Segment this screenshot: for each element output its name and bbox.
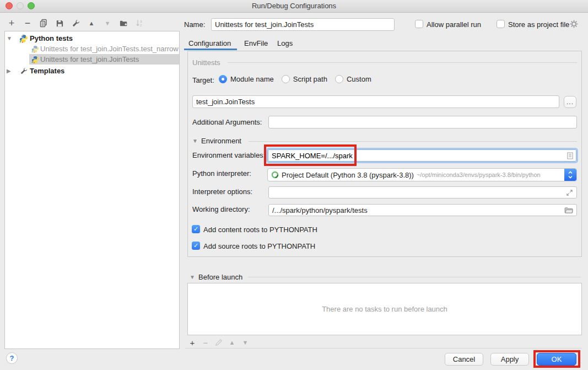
env-vars-browse-button[interactable] <box>567 151 574 160</box>
move-task-up-button[interactable]: ▲ <box>227 337 237 347</box>
up-down-chevrons-icon <box>568 170 573 180</box>
expand-icon <box>566 189 573 196</box>
new-folder-icon <box>119 19 128 28</box>
interpreter-path: ~/opt/miniconda3/envs/pyspark-3.8/bin/py… <box>417 171 541 178</box>
working-directory-label: Working directory: <box>192 205 250 213</box>
check-icon: ✓ <box>193 242 198 249</box>
store-as-project-file-checkbox[interactable] <box>497 20 505 28</box>
save-icon <box>56 19 64 28</box>
tree-item-python-tests[interactable]: ▼ Python tests <box>5 33 179 44</box>
tree-item-label: Unittests for test_join.JoinTests.test_n… <box>40 44 179 54</box>
before-launch-task-list: There are no tasks to run before launch <box>187 283 582 335</box>
radio-custom-label: Custom <box>347 75 371 83</box>
window-title: Run/Debug Configurations <box>0 2 588 10</box>
title-bar: Run/Debug Configurations <box>0 0 588 13</box>
remove-task-button[interactable]: − <box>201 337 211 347</box>
move-down-icon: ▼ <box>105 20 111 26</box>
remove-icon: − <box>203 338 208 347</box>
add-content-roots-label: Add content roots to PYTHONPATH <box>203 226 317 234</box>
tab-envfile[interactable]: EnvFile <box>244 37 268 49</box>
allow-parallel-run-checkbox[interactable] <box>415 20 423 28</box>
add-source-roots-checkbox[interactable]: ✓ <box>192 242 200 250</box>
apply-button[interactable]: Apply <box>490 353 529 366</box>
unittests-section-title: Unittests <box>192 58 220 67</box>
allow-parallel-run-label: Allow parallel run <box>427 20 481 29</box>
configurations-tree: ▼ Python tests Unittests for test_join.J… <box>4 31 180 349</box>
dropdown-stepper[interactable] <box>564 169 576 181</box>
footer-divider <box>185 348 582 348</box>
add-configuration-button[interactable]: + <box>6 18 18 29</box>
conda-env-icon <box>271 171 279 179</box>
add-source-roots-label: Add source roots to PYTHONPATH <box>203 242 315 250</box>
tree-item-unittests-test-narrow[interactable]: Unittests for test_join.JoinTests.test_n… <box>5 44 179 54</box>
help-button[interactable]: ? <box>6 352 18 364</box>
before-launch-title: Before launch <box>198 273 242 281</box>
tab-logs[interactable]: Logs <box>277 37 293 49</box>
copy-configuration-button[interactable] <box>37 18 50 29</box>
configurations-toolbar: + − ▲ ▼ az <box>6 17 145 29</box>
working-directory-input[interactable] <box>268 204 577 216</box>
edit-task-button[interactable] <box>214 337 224 347</box>
name-input[interactable] <box>211 18 395 31</box>
active-tab-underline <box>184 49 237 50</box>
before-launch-collapse-toggle[interactable]: ▼ <box>190 274 195 280</box>
radio-module-name[interactable] <box>219 75 227 83</box>
remove-configuration-button[interactable]: − <box>21 18 34 29</box>
add-content-roots-checkbox[interactable]: ✓ <box>192 225 200 233</box>
gear-icon <box>569 19 579 29</box>
interpreter-options-label: Interpreter options: <box>192 187 252 196</box>
python-interpreter-select[interactable]: Project Default (Python 3.8 (pyspark-3.8… <box>267 168 577 181</box>
interpreter-value: Project Default (Python 3.8 (pyspark-3.8… <box>282 171 414 179</box>
list-icon <box>567 152 574 160</box>
environment-variables-label: Environment variables: <box>192 151 265 159</box>
additional-arguments-label: Additional Arguments: <box>192 118 262 126</box>
pencil-icon <box>215 339 223 346</box>
save-configuration-button[interactable] <box>53 18 66 29</box>
add-task-button[interactable]: + <box>187 337 197 347</box>
chevron-down-icon[interactable]: ▼ <box>7 33 12 44</box>
environment-variables-input[interactable] <box>268 149 576 162</box>
additional-arguments-input[interactable] <box>268 116 577 128</box>
copy-icon <box>39 19 48 28</box>
folder-icon <box>564 207 574 214</box>
project-file-settings-button[interactable] <box>569 19 579 29</box>
add-icon: + <box>190 338 195 347</box>
expand-field-button[interactable] <box>565 188 574 197</box>
target-radio-group: Module name Script path Custom <box>219 75 371 83</box>
add-icon: + <box>9 18 15 29</box>
check-icon: ✓ <box>193 226 198 233</box>
chevron-right-icon[interactable]: ▶ <box>7 66 11 76</box>
radio-module-name-label: Module name <box>230 75 274 83</box>
interpreter-options-input[interactable] <box>268 186 577 199</box>
svg-text:a: a <box>140 19 142 23</box>
radio-script-path-label: Script path <box>293 75 327 83</box>
ok-button[interactable]: OK <box>537 353 576 366</box>
environment-collapse-toggle[interactable]: ▼ <box>192 138 198 144</box>
radio-custom[interactable] <box>335 75 343 83</box>
target-input[interactable] <box>192 95 559 108</box>
wrench-icon <box>20 66 28 76</box>
move-down-button[interactable]: ▼ <box>101 18 114 29</box>
browse-directory-button[interactable] <box>564 206 574 214</box>
tree-item-unittests-jointests-selected[interactable]: Unittests for test_join.JoinTests <box>5 54 179 65</box>
new-folder-button[interactable] <box>117 18 130 29</box>
cancel-button[interactable]: Cancel <box>445 353 483 366</box>
before-launch-empty-text: There are no tasks to run before launch <box>322 305 447 313</box>
browse-target-button[interactable]: ... <box>564 96 576 108</box>
section-divider <box>248 277 581 277</box>
move-up-button[interactable]: ▲ <box>85 18 98 29</box>
radio-script-path[interactable] <box>282 75 290 83</box>
sort-configurations-button[interactable]: az <box>133 18 145 29</box>
tree-item-templates[interactable]: ▶ Templates <box>5 66 179 76</box>
sort-alpha-icon: az <box>135 19 144 28</box>
python-test-icon <box>31 44 39 54</box>
environment-section-title: Environment <box>201 137 241 145</box>
edit-templates-button[interactable] <box>69 18 82 29</box>
name-label: Name: <box>184 20 205 29</box>
move-task-down-button[interactable]: ▼ <box>240 337 250 347</box>
section-divider <box>228 62 577 63</box>
tab-configuration[interactable]: Configuration <box>188 37 231 49</box>
configuration-panel: Unittests Target: Module name Script pat… <box>187 51 582 257</box>
wrench-icon <box>72 19 80 28</box>
environment-variables-field[interactable] <box>266 148 578 163</box>
